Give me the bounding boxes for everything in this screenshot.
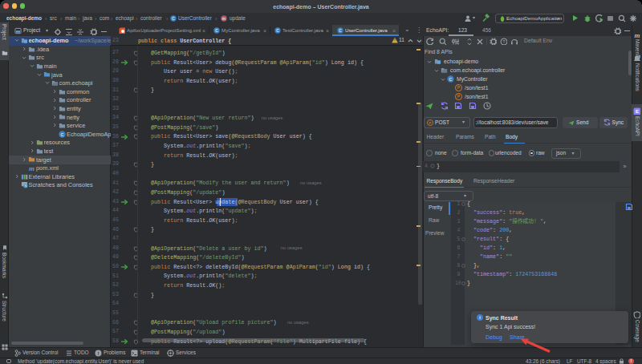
svg-text:E: E [636,109,639,114]
svg-text:C: C [61,131,64,136]
svg-text:m: m [29,164,35,172]
svg-text:P: P [457,87,461,91]
svg-text:?: ? [502,39,506,44]
svg-text:m: m [634,31,640,38]
svg-text:C: C [172,17,175,21]
svg-text:C: C [339,29,342,33]
svg-text:m: m [222,17,226,21]
svg-text:C: C [276,29,279,33]
svg-text:P: P [429,121,431,125]
svg-text:!: ! [98,351,100,356]
svg-text:C: C [215,29,218,33]
svg-text:P: P [457,95,461,99]
svg-text:!: ! [394,37,396,42]
svg-text:C: C [449,77,453,82]
